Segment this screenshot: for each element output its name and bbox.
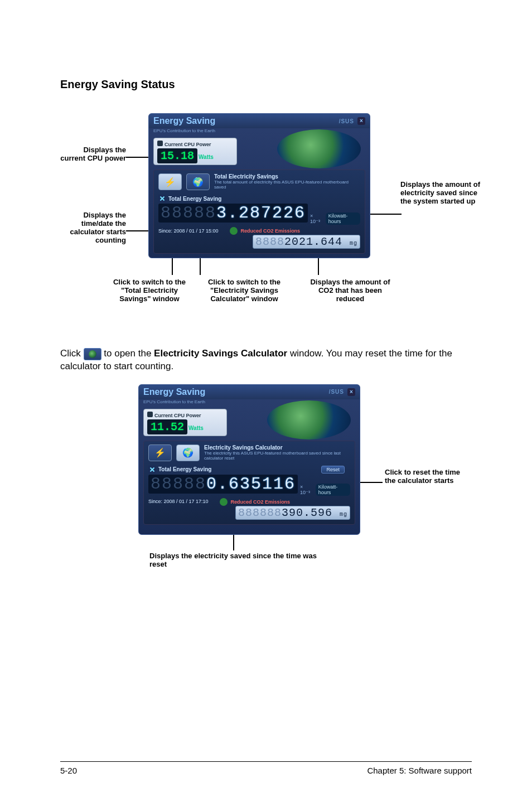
callout-saved-since-reset: Displays the electricity saved since the… [149, 552, 317, 568]
x-icon [148, 466, 156, 474]
savings-area: ⚡ 🌍 Electricity Savings Calculator The e… [143, 441, 355, 525]
panel-header: Energy Saving /SUS × [139, 385, 360, 399]
cpu-value: 11.52 [151, 421, 184, 433]
kw-exponent: × 10⁻³ [300, 484, 313, 495]
cpu-label: Current CPU Power [154, 413, 201, 418]
energy-saving-panel-2: Energy Saving /SUS × EPU's Contribution … [138, 384, 360, 535]
kw-value: 0.635116 [206, 475, 296, 494]
panel-title: Energy Saving [143, 387, 205, 397]
cpu-unit: Watts [199, 154, 214, 160]
kilowatt-readout: 888880.635116 × 10⁻³ Kilowatt-hours [148, 475, 350, 496]
panel-header: Energy Saving /SUS × [149, 114, 370, 128]
callout-electricity-saved: Displays the amount of electricity saved… [400, 180, 484, 205]
instruction-paragraph: Click to open the Electricity Savings Ca… [60, 347, 472, 373]
co2-value: 2021.644 [284, 235, 342, 248]
co2-icon [230, 227, 238, 235]
tab-total-savings-icon[interactable]: ⚡ [158, 173, 182, 190]
section-title: Energy Saving Status [60, 78, 472, 91]
leader-line [360, 482, 383, 483]
callout-switch-calc: Click to switch to the "Electricity Savi… [200, 278, 289, 303]
leader-line [172, 258, 173, 275]
cpu-label: Current CPU Power [165, 142, 211, 147]
section-label: Total Energy Saving [148, 466, 350, 474]
close-icon[interactable]: × [347, 388, 355, 396]
page-number: 5-20 [60, 766, 77, 775]
cpu-value: 15.18 [161, 149, 194, 162]
cpu-unit: Watts [188, 425, 204, 431]
kw-value: 3.287226 [216, 204, 306, 223]
leader-line [233, 535, 234, 550]
reset-button[interactable]: Reset [321, 466, 345, 474]
close-icon[interactable]: × [357, 117, 365, 125]
figure-2: Energy Saving /SUS × EPU's Contribution … [60, 384, 473, 624]
co2-unit: mg [350, 240, 357, 247]
tab-calculator-icon[interactable]: 🌍 [176, 445, 200, 461]
callout-switch-total: Click to switch to the "Total Electricit… [105, 278, 194, 303]
tab-calculator-icon[interactable]: 🌍 [186, 173, 210, 190]
cpu-power-box: Current CPU Power 11.52Watts [143, 409, 227, 436]
chapter-label: Chapter 5: Software support [367, 766, 472, 775]
reduced-label: Reduced CO2 Emissions [231, 499, 291, 505]
section-label: Total Energy Saving [158, 195, 360, 202]
panel-title: Energy Saving [153, 116, 215, 126]
tab-total-savings-icon[interactable]: ⚡ [148, 445, 172, 461]
kw-exponent: × 10⁻³ [310, 213, 323, 224]
co2-unit: mg [340, 511, 347, 518]
co2-icon [220, 498, 228, 506]
inner-subtitle: The total amount of electricity this ASU… [214, 180, 360, 190]
leader-line [368, 214, 402, 215]
leader-line [126, 157, 149, 158]
since-timestamp: Since: 2008 / 01 / 17 17:10 [148, 499, 209, 504]
brand-logo: /SUS [329, 389, 344, 395]
reduced-label: Reduced CO2 Emissions [241, 228, 301, 234]
globe-graphic [277, 129, 361, 168]
leader-line [200, 258, 201, 275]
callout-co2-reduced: Displays the amount of CO2 that has been… [306, 278, 395, 303]
leader-line [318, 258, 319, 275]
x-icon [158, 195, 166, 202]
inner-title: Total Electricity Savings [214, 173, 360, 180]
co2-value: 390.596 [282, 506, 332, 519]
inner-title: Electricity Savings Calculator [204, 445, 350, 451]
energy-saving-panel: Energy Saving /SUS × EPU's Contribution … [148, 113, 370, 258]
figure-1: Displays the current CPU power Displays … [60, 113, 473, 325]
since-timestamp: Since: 2008 / 01 / 17 15:00 [158, 228, 219, 234]
inner-subtitle: The electricity this ASUS EPU-featured m… [204, 451, 350, 461]
page-footer: 5-20 Chapter 5: Software support [60, 766, 472, 775]
brand-logo: /SUS [339, 118, 354, 124]
kw-unit: Kilowatt-hours [326, 212, 360, 225]
callout-time-date: Displays the time/date the calculator st… [60, 211, 126, 244]
calculator-tab-icon [84, 348, 101, 360]
callout-reset: Click to reset the time the calculator s… [385, 468, 463, 485]
cpu-power-box: Current CPU Power 15.18Watts [153, 138, 237, 165]
savings-area: ⚡ 🌍 Total Electricity Savings The total … [153, 170, 365, 254]
kw-unit: Kilowatt-hours [316, 484, 350, 496]
globe-graphic [267, 400, 351, 439]
footer-rule [60, 761, 472, 762]
callout-cpu-power: Displays the current CPU power [60, 146, 126, 162]
kilowatt-readout: 888883.287226 × 10⁻³ Kilowatt-hours [158, 204, 360, 225]
